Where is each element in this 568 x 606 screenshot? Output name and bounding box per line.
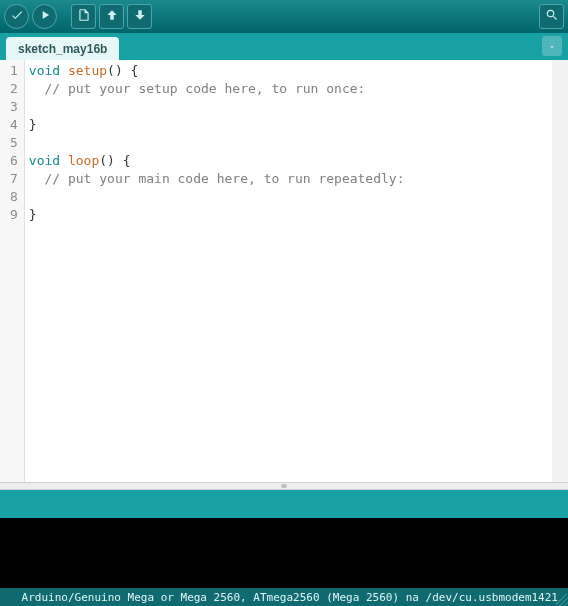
code-line[interactable]: void loop() {: [29, 152, 548, 170]
code-line[interactable]: [29, 98, 548, 116]
line-number: 2: [10, 80, 18, 98]
upload-button[interactable]: [32, 4, 57, 29]
editor: 123456789 void setup() { // put your set…: [0, 60, 568, 482]
line-number: 5: [10, 134, 18, 152]
splitter-handle[interactable]: [0, 482, 568, 490]
new-sketch-button[interactable]: [71, 4, 96, 29]
serial-monitor-icon: [545, 7, 559, 26]
arrow-up-icon: [105, 7, 119, 26]
code-line[interactable]: // put your setup code here, to run once…: [29, 80, 548, 98]
tab-sketch[interactable]: sketch_may16b: [6, 37, 119, 60]
code-line[interactable]: }: [29, 206, 548, 224]
tab-label: sketch_may16b: [18, 42, 107, 56]
message-bar: [0, 490, 568, 518]
code-line[interactable]: [29, 134, 548, 152]
check-icon: [10, 7, 24, 26]
board-port-status: Arduino/Genuino Mega or Mega 2560, ATmeg…: [22, 591, 558, 604]
toolbar-right: [539, 4, 564, 29]
chevron-down-icon: [547, 37, 557, 56]
file-icon: [77, 7, 91, 26]
code-line[interactable]: void setup() {: [29, 62, 548, 80]
toolbar: [0, 0, 568, 33]
tab-menu-button[interactable]: [542, 36, 562, 56]
code-line[interactable]: [29, 188, 548, 206]
grip-icon: [281, 484, 287, 488]
tab-bar: sketch_may16b: [0, 33, 568, 60]
line-number: 3: [10, 98, 18, 116]
console-output[interactable]: [0, 518, 568, 588]
line-number: 1: [10, 62, 18, 80]
code-line[interactable]: // put your main code here, to run repea…: [29, 170, 548, 188]
code-area[interactable]: void setup() { // put your setup code he…: [25, 60, 552, 482]
line-number: 9: [10, 206, 18, 224]
code-line[interactable]: }: [29, 116, 548, 134]
line-number-gutter: 123456789: [0, 60, 25, 482]
line-number: 6: [10, 152, 18, 170]
arrow-down-icon: [133, 7, 147, 26]
line-number: 4: [10, 116, 18, 134]
save-sketch-button[interactable]: [127, 4, 152, 29]
verify-button[interactable]: [4, 4, 29, 29]
serial-monitor-button[interactable]: [539, 4, 564, 29]
line-number: 8: [10, 188, 18, 206]
open-sketch-button[interactable]: [99, 4, 124, 29]
status-bar: Arduino/Genuino Mega or Mega 2560, ATmeg…: [0, 588, 568, 606]
line-number: 7: [10, 170, 18, 188]
toolbar-left: [4, 4, 152, 29]
arrow-right-icon: [38, 7, 52, 26]
